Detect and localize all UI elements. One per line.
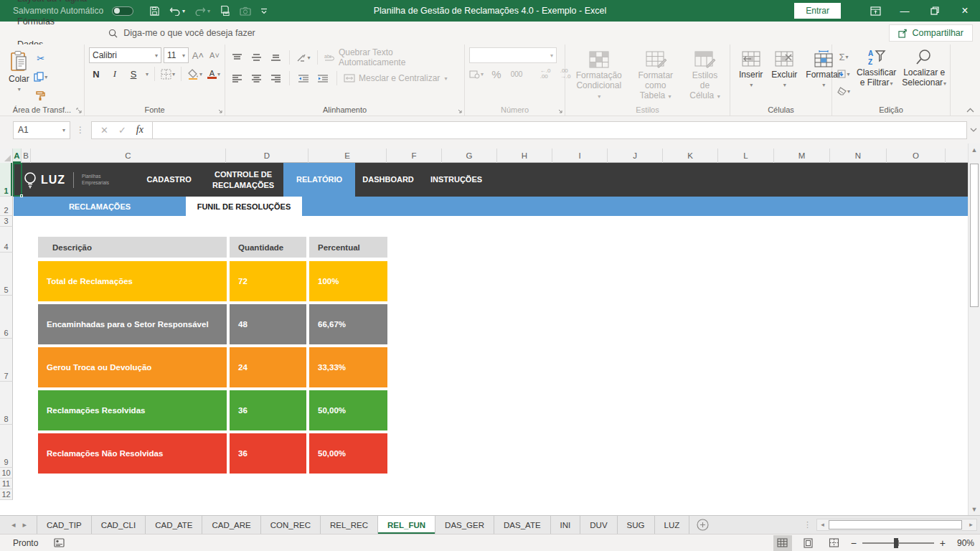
workbook-nav-item[interactable]: RELATÓRIO bbox=[283, 163, 355, 197]
cell-quantidade[interactable]: 72 bbox=[230, 261, 306, 301]
cell-percentual[interactable]: 100% bbox=[309, 261, 387, 301]
save-icon[interactable] bbox=[149, 6, 160, 17]
row-header[interactable]: 5 bbox=[0, 253, 13, 296]
find-select-button[interactable]: Localizar e Selecionar▾ bbox=[899, 47, 949, 99]
workbook-subnav-item[interactable]: RECLAMAÇÕES bbox=[14, 197, 186, 216]
insert-cells-button[interactable]: Inserir ▾ bbox=[735, 47, 767, 91]
sheet-tab[interactable]: REL_FUN bbox=[378, 516, 435, 534]
column-header[interactable]: L bbox=[718, 149, 774, 163]
row-header[interactable]: 2 bbox=[0, 197, 13, 216]
column-header[interactable]: G bbox=[442, 149, 497, 163]
sheet-tab[interactable]: REL_REC bbox=[321, 516, 378, 534]
undo-caret-icon[interactable]: ▾ bbox=[182, 8, 185, 14]
orientation-icon[interactable]: ▾ bbox=[296, 50, 311, 65]
horizontal-scroll-thumb[interactable] bbox=[829, 520, 962, 529]
column-header[interactable]: K bbox=[663, 149, 718, 163]
sheet-tab[interactable]: DUV bbox=[580, 516, 617, 534]
workbook-nav-item[interactable]: INSTRUÇÕES bbox=[421, 163, 491, 197]
row-header[interactable]: 1 bbox=[0, 163, 13, 197]
fill-handle[interactable] bbox=[20, 194, 23, 197]
align-center-icon[interactable] bbox=[249, 70, 263, 86]
sheet-grid[interactable]: 123456789101112 LUZ Planilhas Empresaria… bbox=[0, 163, 968, 515]
print-preview-icon[interactable] bbox=[220, 5, 230, 17]
format-painter-icon[interactable] bbox=[34, 88, 48, 103]
decrease-font-icon[interactable]: A˅ bbox=[207, 47, 222, 63]
column-header[interactable]: M bbox=[774, 149, 830, 163]
sheet-tab[interactable]: CON_REC bbox=[261, 516, 321, 534]
align-bottom-icon[interactable] bbox=[268, 50, 283, 65]
align-right-icon[interactable] bbox=[268, 70, 283, 86]
sheet-next-icon[interactable]: ▸ bbox=[23, 520, 27, 529]
sheet-tab[interactable]: CAD_TIP bbox=[37, 516, 92, 534]
cell-percentual[interactable]: 50,00% bbox=[309, 433, 387, 474]
qat-customize-icon[interactable] bbox=[260, 7, 268, 14]
paste-button[interactable]: Colar ▾ bbox=[4, 47, 34, 103]
scroll-up-icon[interactable]: ▲ bbox=[969, 143, 980, 156]
horizontal-scrollbar[interactable]: ◂ ▸ bbox=[816, 519, 977, 531]
hscroll-right-icon[interactable]: ▸ bbox=[966, 519, 976, 530]
column-header[interactable]: F bbox=[387, 149, 442, 163]
insert-function-icon[interactable]: fx bbox=[136, 124, 143, 136]
sheet-tab[interactable]: DAS_GER bbox=[435, 516, 494, 534]
zoom-slider[interactable] bbox=[862, 542, 934, 544]
column-header[interactable]: C bbox=[31, 149, 226, 163]
sheet-tab[interactable]: CAD_ARE bbox=[202, 516, 260, 534]
sheet-tab[interactable]: SUG bbox=[618, 516, 655, 534]
row-header[interactable]: 11 bbox=[0, 479, 13, 489]
column-header[interactable]: N bbox=[830, 149, 887, 163]
clipboard-dialog-launcher[interactable] bbox=[76, 108, 82, 113]
row-header[interactable]: 4 bbox=[0, 227, 13, 253]
increase-font-icon[interactable]: A˄ bbox=[191, 47, 205, 63]
restore-button[interactable] bbox=[920, 0, 950, 22]
sheet-tab[interactable]: CAD_CLI bbox=[92, 516, 146, 534]
zoom-in-icon[interactable]: + bbox=[940, 537, 946, 549]
column-header[interactable]: A bbox=[13, 149, 22, 163]
row-header[interactable]: 8 bbox=[0, 382, 13, 425]
workbook-nav-item[interactable]: DASHBOARD bbox=[355, 163, 421, 197]
zoom-level[interactable]: 90% bbox=[951, 538, 974, 548]
hscroll-left-icon[interactable]: ◂ bbox=[817, 519, 828, 530]
autosave-toggle[interactable] bbox=[112, 6, 133, 16]
sheet-prev-icon[interactable]: ◂ bbox=[11, 520, 16, 529]
underline-button[interactable]: S bbox=[126, 66, 141, 82]
row-header[interactable]: 3 bbox=[0, 216, 13, 227]
sign-in-button[interactable]: Entrar bbox=[794, 3, 841, 19]
clear-icon[interactable]: ▾ bbox=[837, 83, 851, 99]
zoom-out-icon[interactable]: − bbox=[851, 537, 857, 549]
increase-indent-icon[interactable] bbox=[316, 70, 330, 86]
font-name-combo[interactable]: Calibri▾ bbox=[89, 47, 161, 63]
undo-button[interactable]: ▾ bbox=[169, 6, 185, 16]
cell-percentual[interactable]: 66,67% bbox=[309, 304, 387, 344]
vertical-scrollbar[interactable]: ▲ ▼ bbox=[968, 143, 980, 515]
tell-me-search[interactable]: Diga-me o que você deseja fazer bbox=[108, 28, 255, 38]
sheet-tab[interactable]: DAS_ATE bbox=[494, 516, 551, 534]
font-dialog-launcher[interactable] bbox=[217, 108, 222, 113]
cell-quantidade[interactable]: 36 bbox=[230, 390, 306, 430]
cell-quantidade[interactable]: 36 bbox=[230, 433, 306, 474]
new-sheet-button[interactable] bbox=[697, 516, 709, 534]
cell-quantidade[interactable]: 48 bbox=[230, 304, 306, 344]
fill-color-icon[interactable]: ▾ bbox=[187, 66, 202, 82]
column-header[interactable]: H bbox=[497, 149, 552, 163]
cut-icon[interactable]: ✂ bbox=[34, 50, 48, 66]
copy-icon[interactable]: ▾ bbox=[34, 69, 48, 85]
cell-descricao[interactable]: Encaminhadas para o Setor Responsável bbox=[38, 304, 227, 344]
collapse-ribbon-icon[interactable] bbox=[966, 108, 974, 113]
name-box[interactable]: A1 ▾ bbox=[13, 121, 70, 139]
sheet-tab[interactable]: CAD_ATE bbox=[146, 516, 202, 534]
row-header[interactable]: 12 bbox=[0, 489, 13, 500]
cell-percentual[interactable]: 50,00% bbox=[309, 390, 387, 430]
align-top-icon[interactable] bbox=[230, 50, 244, 65]
cell-percentual[interactable]: 33,33% bbox=[309, 347, 387, 387]
bold-button[interactable]: N bbox=[89, 66, 103, 82]
page-break-view-button[interactable] bbox=[825, 535, 844, 551]
font-color-icon[interactable]: A ▾ bbox=[207, 66, 221, 82]
cell-descricao[interactable]: Reclamações Não Resolvidas bbox=[38, 433, 227, 474]
cell-descricao[interactable]: Gerou Troca ou Devolução bbox=[38, 347, 227, 387]
sort-filter-button[interactable]: AZ Classificar e Filtrar▾ bbox=[854, 47, 899, 99]
scroll-down-icon[interactable]: ▼ bbox=[969, 503, 980, 515]
row-header[interactable]: 9 bbox=[0, 425, 13, 468]
formula-bar-expand-icon[interactable] bbox=[967, 116, 980, 143]
align-middle-icon[interactable] bbox=[249, 50, 263, 65]
font-size-combo[interactable]: 11▾ bbox=[164, 47, 189, 63]
